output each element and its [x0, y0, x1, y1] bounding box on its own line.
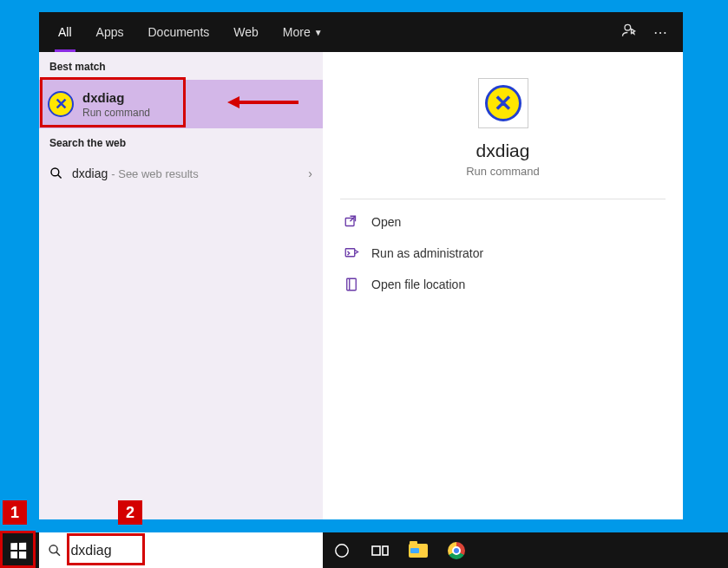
search-icon	[49, 166, 63, 180]
action-admin-label: Run as administrator	[371, 246, 483, 260]
web-result-item[interactable]: dxdiag - See web results ›	[39, 156, 323, 191]
admin-icon	[344, 245, 359, 261]
svg-point-0	[625, 24, 631, 30]
dxdiag-icon: ✕	[485, 85, 521, 121]
chrome-logo-icon	[448, 542, 465, 559]
tab-apps[interactable]: Apps	[84, 12, 136, 52]
svg-point-10	[336, 544, 348, 556]
chevron-right-icon: ›	[308, 166, 312, 180]
tab-more-label: More	[283, 25, 311, 39]
annotation-badge-1: 1	[3, 500, 27, 525]
taskbar-search-box[interactable]	[39, 532, 323, 568]
preview-right-column: ✕ dxdiag Run command Open Run as adminis…	[323, 52, 683, 519]
tab-web[interactable]: Web	[221, 12, 271, 52]
start-button[interactable]	[0, 532, 36, 568]
preview-title: dxdiag	[476, 140, 530, 161]
action-run-admin[interactable]: Run as administrator	[323, 238, 683, 269]
svg-line-4	[58, 175, 62, 179]
search-panel: All Apps Documents Web More ▼ ⋯ Best mat…	[39, 12, 683, 519]
preview-header: ✕ dxdiag Run command	[323, 78, 683, 199]
x-glyph: ✕	[494, 90, 513, 117]
svg-point-3	[51, 168, 59, 176]
file-explorer-icon[interactable]	[399, 532, 437, 568]
best-match-label: Best match	[39, 52, 323, 80]
divider	[340, 199, 666, 199]
folder-icon	[409, 544, 428, 558]
search-tabs: All Apps Documents Web More ▼ ⋯	[39, 12, 683, 52]
svg-marker-2	[227, 96, 239, 108]
search-web-label: Search the web	[39, 128, 323, 156]
tab-all[interactable]: All	[46, 12, 84, 52]
chrome-icon[interactable]	[437, 532, 475, 568]
search-icon	[48, 543, 62, 558]
preview-icon-frame: ✕	[478, 78, 528, 128]
annotation-box-best-match	[40, 77, 186, 127]
svg-rect-7	[347, 278, 357, 291]
svg-rect-11	[372, 546, 380, 555]
annotation-arrow-icon	[227, 94, 300, 114]
tab-documents[interactable]: Documents	[135, 12, 221, 52]
action-open[interactable]: Open	[323, 206, 683, 238]
taskbar	[0, 532, 728, 568]
action-location-label: Open file location	[371, 277, 465, 291]
annotation-box-search-text	[67, 533, 145, 565]
web-term: dxdiag	[72, 166, 108, 180]
ellipsis-icon[interactable]: ⋯	[645, 24, 676, 41]
chevron-down-icon: ▼	[314, 28, 323, 37]
web-hint: - See web results	[111, 167, 198, 180]
action-open-location[interactable]: Open file location	[323, 269, 683, 300]
windows-icon	[10, 542, 26, 558]
feedback-icon[interactable]	[613, 22, 645, 42]
svg-line-9	[56, 552, 60, 555]
tab-more[interactable]: More ▼	[271, 12, 335, 52]
action-open-label: Open	[371, 215, 401, 229]
annotation-badge-2: 2	[118, 500, 142, 525]
svg-point-8	[49, 545, 57, 552]
results-left-column: Best match ✕ dxdiag Run command Search t…	[39, 52, 323, 519]
preview-subtitle: Run command	[466, 165, 540, 178]
best-match-item[interactable]: ✕ dxdiag Run command	[39, 80, 323, 128]
open-icon	[344, 214, 359, 230]
svg-rect-12	[383, 546, 388, 555]
location-icon	[344, 277, 359, 292]
task-view-icon[interactable]	[361, 532, 399, 568]
cortana-icon[interactable]	[323, 532, 361, 568]
svg-rect-6	[345, 249, 355, 257]
panel-body: Best match ✕ dxdiag Run command Search t…	[39, 52, 683, 519]
